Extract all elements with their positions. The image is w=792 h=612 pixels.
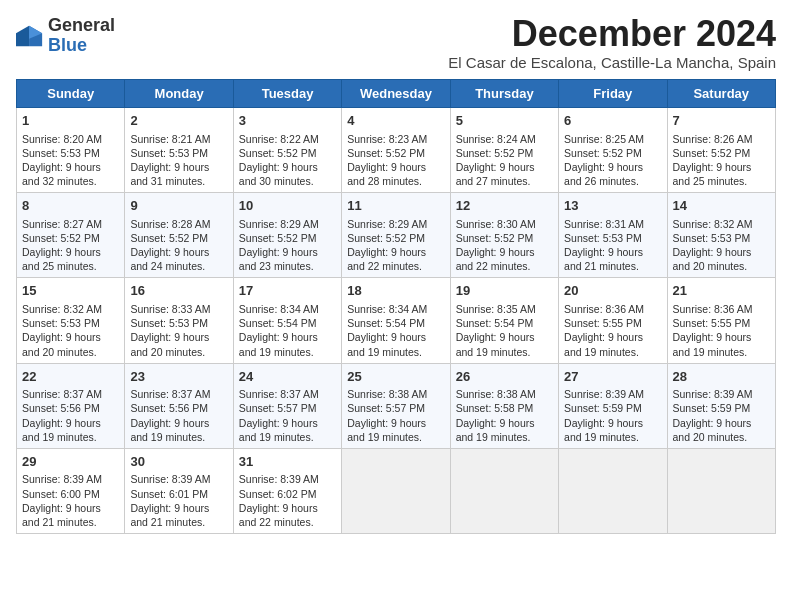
sunset-text: Sunset: 5:54 PM [239, 317, 317, 329]
sunset-text: Sunset: 5:52 PM [130, 232, 208, 244]
daylight-text: Daylight: 9 hours and 30 minutes. [239, 161, 318, 187]
calendar-week-row: 29Sunrise: 8:39 AMSunset: 6:00 PMDayligh… [17, 448, 776, 533]
sunrise-text: Sunrise: 8:37 AM [22, 388, 102, 400]
sunrise-text: Sunrise: 8:34 AM [239, 303, 319, 315]
day-number: 4 [347, 112, 444, 130]
sunset-text: Sunset: 5:52 PM [22, 232, 100, 244]
calendar-header-row: Sunday Monday Tuesday Wednesday Thursday… [17, 80, 776, 108]
col-thursday: Thursday [450, 80, 558, 108]
sunrise-text: Sunrise: 8:37 AM [239, 388, 319, 400]
day-number: 26 [456, 368, 553, 386]
day-cell-4: 4Sunrise: 8:23 AMSunset: 5:52 PMDaylight… [342, 108, 450, 193]
daylight-text: Daylight: 9 hours and 22 minutes. [239, 502, 318, 528]
sunrise-text: Sunrise: 8:27 AM [22, 218, 102, 230]
sunrise-text: Sunrise: 8:23 AM [347, 133, 427, 145]
svg-marker-1 [16, 26, 29, 47]
sunrise-text: Sunrise: 8:38 AM [347, 388, 427, 400]
day-number: 29 [22, 453, 119, 471]
day-cell-9: 9Sunrise: 8:28 AMSunset: 5:52 PMDaylight… [125, 193, 233, 278]
sunset-text: Sunset: 5:54 PM [456, 317, 534, 329]
daylight-text: Daylight: 9 hours and 21 minutes. [564, 246, 643, 272]
daylight-text: Daylight: 9 hours and 31 minutes. [130, 161, 209, 187]
day-number: 1 [22, 112, 119, 130]
day-cell-25: 25Sunrise: 8:38 AMSunset: 5:57 PMDayligh… [342, 363, 450, 448]
sunset-text: Sunset: 6:00 PM [22, 488, 100, 500]
sunrise-text: Sunrise: 8:33 AM [130, 303, 210, 315]
calendar-week-row: 15Sunrise: 8:32 AMSunset: 5:53 PMDayligh… [17, 278, 776, 363]
col-saturday: Saturday [667, 80, 775, 108]
daylight-text: Daylight: 9 hours and 26 minutes. [564, 161, 643, 187]
daylight-text: Daylight: 9 hours and 19 minutes. [673, 331, 752, 357]
day-number: 27 [564, 368, 661, 386]
sunset-text: Sunset: 5:57 PM [347, 402, 425, 414]
daylight-text: Daylight: 9 hours and 19 minutes. [347, 331, 426, 357]
day-cell-15: 15Sunrise: 8:32 AMSunset: 5:53 PMDayligh… [17, 278, 125, 363]
sunset-text: Sunset: 5:53 PM [673, 232, 751, 244]
daylight-text: Daylight: 9 hours and 22 minutes. [347, 246, 426, 272]
day-cell-12: 12Sunrise: 8:30 AMSunset: 5:52 PMDayligh… [450, 193, 558, 278]
sunrise-text: Sunrise: 8:30 AM [456, 218, 536, 230]
col-wednesday: Wednesday [342, 80, 450, 108]
col-friday: Friday [559, 80, 667, 108]
day-cell-7: 7Sunrise: 8:26 AMSunset: 5:52 PMDaylight… [667, 108, 775, 193]
sunset-text: Sunset: 5:56 PM [22, 402, 100, 414]
daylight-text: Daylight: 9 hours and 23 minutes. [239, 246, 318, 272]
sunrise-text: Sunrise: 8:38 AM [456, 388, 536, 400]
day-number: 19 [456, 282, 553, 300]
sunset-text: Sunset: 5:52 PM [347, 147, 425, 159]
logo-icon [16, 22, 44, 50]
day-number: 22 [22, 368, 119, 386]
logo-general-text: General [48, 15, 115, 35]
sunrise-text: Sunrise: 8:22 AM [239, 133, 319, 145]
daylight-text: Daylight: 9 hours and 19 minutes. [239, 331, 318, 357]
day-number: 21 [673, 282, 770, 300]
sunset-text: Sunset: 5:53 PM [564, 232, 642, 244]
sunset-text: Sunset: 5:55 PM [564, 317, 642, 329]
day-cell-29: 29Sunrise: 8:39 AMSunset: 6:00 PMDayligh… [17, 448, 125, 533]
page-header: General Blue December 2024 El Casar de E… [16, 16, 776, 71]
sunrise-text: Sunrise: 8:36 AM [673, 303, 753, 315]
empty-cell [450, 448, 558, 533]
sunrise-text: Sunrise: 8:34 AM [347, 303, 427, 315]
sunrise-text: Sunrise: 8:29 AM [347, 218, 427, 230]
day-cell-24: 24Sunrise: 8:37 AMSunset: 5:57 PMDayligh… [233, 363, 341, 448]
day-cell-5: 5Sunrise: 8:24 AMSunset: 5:52 PMDaylight… [450, 108, 558, 193]
daylight-text: Daylight: 9 hours and 22 minutes. [456, 246, 535, 272]
sunset-text: Sunset: 5:52 PM [239, 232, 317, 244]
sunset-text: Sunset: 5:53 PM [22, 317, 100, 329]
day-cell-10: 10Sunrise: 8:29 AMSunset: 5:52 PMDayligh… [233, 193, 341, 278]
sunset-text: Sunset: 5:52 PM [673, 147, 751, 159]
sunrise-text: Sunrise: 8:25 AM [564, 133, 644, 145]
logo: General Blue [16, 16, 115, 56]
day-number: 17 [239, 282, 336, 300]
day-number: 3 [239, 112, 336, 130]
logo-blue-text: Blue [48, 35, 87, 55]
daylight-text: Daylight: 9 hours and 19 minutes. [130, 417, 209, 443]
daylight-text: Daylight: 9 hours and 19 minutes. [347, 417, 426, 443]
day-cell-1: 1Sunrise: 8:20 AMSunset: 5:53 PMDaylight… [17, 108, 125, 193]
empty-cell [342, 448, 450, 533]
sunrise-text: Sunrise: 8:39 AM [673, 388, 753, 400]
day-cell-17: 17Sunrise: 8:34 AMSunset: 5:54 PMDayligh… [233, 278, 341, 363]
day-number: 8 [22, 197, 119, 215]
day-number: 20 [564, 282, 661, 300]
sunrise-text: Sunrise: 8:39 AM [239, 473, 319, 485]
col-tuesday: Tuesday [233, 80, 341, 108]
daylight-text: Daylight: 9 hours and 19 minutes. [22, 417, 101, 443]
day-number: 15 [22, 282, 119, 300]
day-cell-22: 22Sunrise: 8:37 AMSunset: 5:56 PMDayligh… [17, 363, 125, 448]
sunset-text: Sunset: 5:53 PM [22, 147, 100, 159]
day-cell-26: 26Sunrise: 8:38 AMSunset: 5:58 PMDayligh… [450, 363, 558, 448]
sunset-text: Sunset: 5:55 PM [673, 317, 751, 329]
day-number: 25 [347, 368, 444, 386]
day-cell-31: 31Sunrise: 8:39 AMSunset: 6:02 PMDayligh… [233, 448, 341, 533]
day-cell-30: 30Sunrise: 8:39 AMSunset: 6:01 PMDayligh… [125, 448, 233, 533]
sunrise-text: Sunrise: 8:26 AM [673, 133, 753, 145]
sunrise-text: Sunrise: 8:20 AM [22, 133, 102, 145]
daylight-text: Daylight: 9 hours and 27 minutes. [456, 161, 535, 187]
day-cell-8: 8Sunrise: 8:27 AMSunset: 5:52 PMDaylight… [17, 193, 125, 278]
calendar-week-row: 1Sunrise: 8:20 AMSunset: 5:53 PMDaylight… [17, 108, 776, 193]
sunset-text: Sunset: 5:52 PM [564, 147, 642, 159]
day-number: 5 [456, 112, 553, 130]
day-number: 18 [347, 282, 444, 300]
